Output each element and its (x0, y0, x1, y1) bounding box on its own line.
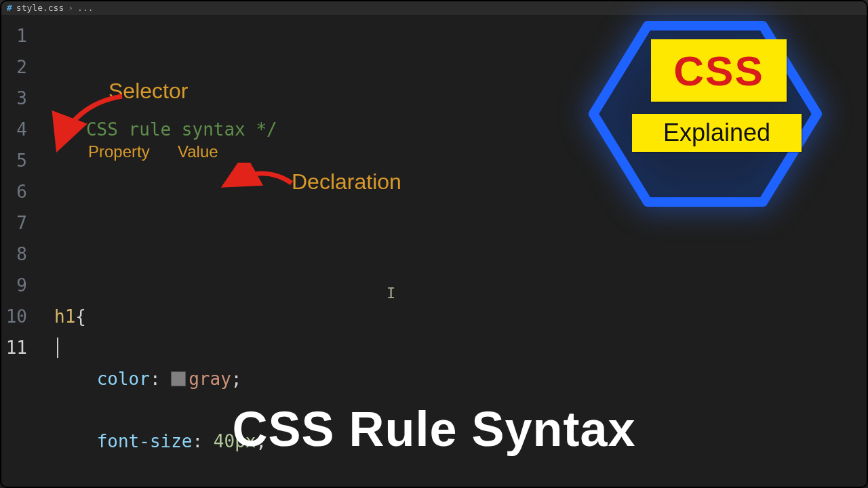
annotation-selector: Selector (108, 79, 188, 104)
line-number: 1 (0, 20, 35, 52)
line-number: 11 (0, 332, 35, 363)
logo-css-badge: CSS (651, 39, 787, 102)
line-number: 4 (0, 114, 35, 145)
code-line: h1{ (54, 301, 309, 332)
line-number: 2 (0, 52, 35, 83)
line-number: 7 (0, 207, 35, 239)
color-swatch-icon[interactable] (171, 371, 186, 386)
css-value: gray (189, 369, 231, 389)
logo-explained-badge: Explained (632, 114, 802, 152)
css-selector: h1 (54, 306, 75, 327)
code-line (54, 239, 309, 270)
line-number-gutter: 1 2 3 4 5 6 7 8 9 10 11 (0, 20, 35, 363)
slide-title: CSS Rule Syntax (0, 401, 868, 457)
annotation-value: Value (178, 142, 218, 161)
code-line (54, 176, 309, 207)
line-number: 10 (0, 301, 35, 332)
code-line: color: gray; (54, 363, 309, 394)
code-line: /* CSS rule syntax */ (54, 114, 309, 145)
editor-caret (57, 338, 58, 358)
css-comment: /* CSS rule syntax */ (54, 119, 277, 140)
chevron-right-icon: › (68, 3, 73, 13)
brace-open: { (75, 306, 86, 327)
line-number: 9 (0, 270, 35, 301)
file-icon: # (7, 3, 12, 13)
css-property: color (97, 369, 150, 389)
annotation-declaration: Declaration (292, 169, 401, 195)
tab-filename[interactable]: style.css (16, 3, 64, 13)
text-cursor-icon: I (387, 285, 387, 302)
line-number: 5 (0, 145, 35, 176)
line-number: 3 (0, 83, 35, 114)
line-number: 8 (0, 239, 35, 270)
annotation-property: Property (88, 142, 150, 161)
breadcrumb-ellipsis: ... (77, 3, 93, 13)
line-number: 6 (0, 176, 35, 207)
